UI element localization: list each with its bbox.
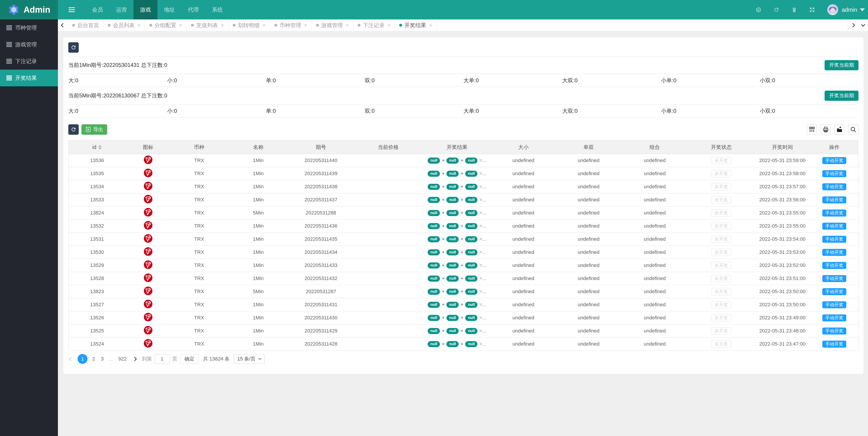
tab-close-icon[interactable]: × (137, 22, 141, 29)
user-menu-caret-icon[interactable] (860, 8, 865, 11)
nav-item-游戏[interactable]: 游戏 (133, 0, 157, 20)
trx-coin-icon (144, 247, 152, 256)
period-label: 当前5Min期号:202206130067 总下注数:0 (68, 92, 167, 99)
per-page-select[interactable]: 15 条/页 (234, 354, 265, 364)
print-button[interactable] (820, 124, 831, 135)
draw-current-period-button[interactable]: 开奖当前期 (825, 60, 859, 70)
cell-id: 13536 (68, 154, 125, 167)
manual-draw-button[interactable]: 手动开奖 (822, 301, 846, 308)
cell-id: 13532 (68, 220, 125, 233)
tab-币种管理[interactable]: 币种管理× (270, 20, 312, 31)
cell-action: 手动开奖 (811, 311, 858, 324)
manual-draw-button[interactable]: 手动开奖 (822, 157, 846, 164)
cell-coin: TRX (171, 337, 227, 350)
export-button[interactable]: 导出 (82, 124, 107, 135)
manual-draw-button[interactable]: 手动开奖 (822, 170, 846, 177)
manual-draw-button[interactable]: 手动开奖 (822, 209, 846, 216)
result-pill: null (428, 275, 440, 281)
tab-游戏管理[interactable]: 游戏管理× (312, 20, 353, 31)
manual-draw-button[interactable]: 手动开奖 (822, 262, 846, 269)
nav-item-地址[interactable]: 地址 (157, 0, 181, 20)
cell-result: null+null+null=... (423, 324, 491, 337)
sidebar-item-开奖结果[interactable]: 开奖结果 (0, 70, 58, 86)
nav-item-会员[interactable]: 会员 (86, 0, 110, 20)
manual-draw-button[interactable]: 手动开奖 (822, 288, 846, 295)
manual-draw-button[interactable]: 手动开奖 (822, 183, 846, 190)
tab-close-icon[interactable]: × (304, 22, 307, 29)
refresh-icon[interactable] (773, 7, 779, 13)
tab-close-icon[interactable]: × (262, 22, 266, 29)
table-row: 13527 TRX1Min202205311431null+null+null=… (68, 298, 858, 311)
trx-coin-icon (144, 300, 152, 308)
page-number[interactable]: 2 (92, 356, 95, 362)
plus-sign: + (461, 171, 463, 176)
username[interactable]: admin (842, 6, 857, 13)
tabs-scroll-right-button[interactable] (848, 20, 858, 31)
manual-draw-button[interactable]: 手动开奖 (822, 341, 846, 348)
cell-parity: undefined (556, 220, 621, 233)
per-page-label: 15 条/页 (237, 356, 255, 362)
export-data-button[interactable] (834, 124, 845, 135)
manual-draw-button[interactable]: 手动开奖 (822, 328, 846, 335)
tab-后台首页[interactable]: 后台首页 (68, 20, 103, 31)
sidebar-item-游戏管理[interactable]: 游戏管理 (0, 36, 58, 53)
tab-下注记录[interactable]: 下注记录× (353, 20, 395, 31)
sidebar-item-label: 下注记录 (15, 58, 37, 65)
plus-sign: + (442, 236, 445, 242)
tab-close-icon[interactable]: × (179, 22, 182, 29)
cell-status: 未开奖 (688, 233, 754, 246)
result-pill: null (465, 289, 477, 295)
nav-item-系统[interactable]: 系统 (205, 0, 229, 20)
sidebar-item-下注记录[interactable]: 下注记录 (0, 53, 58, 70)
page-number[interactable]: 3 (101, 356, 103, 362)
refresh-table-button[interactable] (68, 124, 79, 135)
current-page[interactable]: 1 (78, 354, 88, 364)
tab-close-icon[interactable]: × (346, 22, 349, 29)
tab-开奖结果[interactable]: 开奖结果× (395, 20, 437, 31)
tab-充值列表[interactable]: 充值列表× (187, 20, 228, 31)
cell-size: undefined (491, 259, 556, 272)
sidebar-item-币种管理[interactable]: 币种管理 (0, 20, 58, 36)
sort-icons[interactable] (98, 145, 102, 149)
app-logo: Admin (0, 0, 58, 20)
message-icon[interactable] (755, 7, 761, 13)
tab-分组配置[interactable]: 分组配置× (145, 20, 187, 31)
manual-draw-button[interactable]: 手动开奖 (822, 314, 846, 322)
refresh-periods-button[interactable] (68, 42, 79, 53)
manual-draw-button[interactable]: 手动开奖 (822, 275, 846, 282)
cell-period: 202205311433 (289, 259, 353, 272)
draw-current-period-button[interactable]: 开奖当前期 (825, 91, 859, 101)
tab-close-icon[interactable]: × (220, 22, 224, 29)
manual-draw-button[interactable]: 手动开奖 (822, 249, 846, 256)
goto-page-input[interactable] (155, 354, 169, 364)
prev-page-icon[interactable] (69, 357, 73, 361)
trash-icon[interactable] (792, 7, 797, 13)
tabs-menu-button[interactable] (858, 20, 868, 31)
tab-close-icon[interactable]: × (429, 22, 432, 29)
search-button[interactable] (848, 124, 859, 135)
next-page-icon[interactable] (132, 357, 136, 361)
column-header-id[interactable]: id (68, 140, 125, 154)
manual-draw-button[interactable]: 手动开奖 (822, 196, 846, 203)
avatar[interactable] (827, 4, 838, 15)
plus-sign: + (442, 289, 445, 295)
stats-row-1min: 大:0小:0单:0双:0大单:0大双:0小单:0小双:0 (68, 74, 859, 87)
nav-item-运营[interactable]: 运营 (110, 0, 133, 20)
column-header-大小: 大小 (491, 140, 556, 154)
manual-draw-button[interactable]: 手动开奖 (822, 236, 846, 243)
goto-confirm-button[interactable]: 确定 (181, 354, 198, 364)
filter-columns-button[interactable] (807, 124, 817, 135)
nav-item-代理[interactable]: 代理 (181, 0, 205, 20)
tab-close-icon[interactable]: × (387, 22, 391, 29)
status-not-drawn-button: 未开奖 (711, 275, 732, 282)
fullscreen-icon[interactable] (809, 7, 815, 13)
tab-划转明细[interactable]: 划转明细× (229, 20, 270, 31)
tab-会员列表[interactable]: 会员列表× (103, 20, 145, 31)
manual-draw-button[interactable]: 手动开奖 (822, 223, 846, 230)
cell-combo: undefined (621, 272, 688, 285)
collapse-sidebar-button[interactable] (58, 0, 86, 20)
page-number[interactable]: 922 (118, 356, 127, 362)
sidebar-item-label: 开奖结果 (15, 74, 37, 81)
cell-time: 2022-05-31 23:49:00 (754, 311, 811, 324)
tabs-scroll-left-button[interactable] (58, 20, 68, 31)
